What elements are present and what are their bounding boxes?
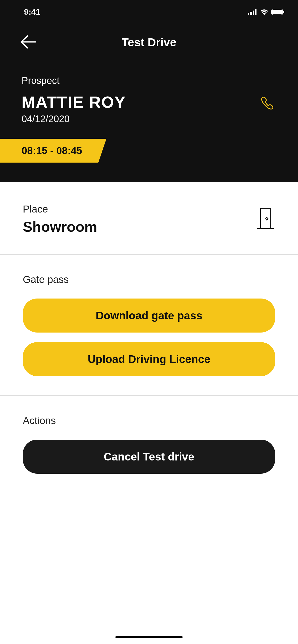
download-gate-pass-button[interactable]: Download gate pass xyxy=(23,298,275,332)
cancel-test-drive-button[interactable]: Cancel Test drive xyxy=(23,440,275,474)
prospect-date: 04/12/2020 xyxy=(22,114,126,124)
prospect-name: MATTIE ROY xyxy=(22,93,126,111)
upload-driving-licence-button[interactable]: Upload Driving Licence xyxy=(23,342,275,376)
cellular-icon xyxy=(248,9,257,15)
header-section: 9:41 Test Dr xyxy=(0,0,298,182)
place-info: Place Showroom xyxy=(23,204,97,235)
svg-rect-6 xyxy=(283,11,284,13)
gate-pass-section: Gate pass Download gate pass Upload Driv… xyxy=(0,255,298,396)
gate-pass-label: Gate pass xyxy=(23,274,275,285)
door-icon xyxy=(255,207,276,231)
wifi-icon xyxy=(260,9,268,15)
place-label: Place xyxy=(23,204,97,215)
prospect-info: MATTIE ROY 04/12/2020 xyxy=(22,93,126,124)
actions-label: Actions xyxy=(23,415,275,426)
place-section: Place Showroom xyxy=(0,182,298,255)
phone-icon xyxy=(260,96,274,110)
battery-icon xyxy=(271,9,285,15)
prospect-label: Prospect xyxy=(22,75,276,86)
back-button[interactable] xyxy=(19,35,36,50)
call-button[interactable] xyxy=(260,93,276,111)
nav-bar: Test Drive xyxy=(0,21,298,58)
status-time: 9:41 xyxy=(24,7,40,16)
time-badge: 08:15 - 08:45 xyxy=(0,139,116,163)
content-section: Place Showroom Gate pass Download gate p… xyxy=(0,182,298,488)
prospect-section: Prospect MATTIE ROY 04/12/2020 08:15 - 0… xyxy=(0,58,298,163)
actions-section: Actions Cancel Test drive xyxy=(0,396,298,488)
place-value: Showroom xyxy=(23,218,97,235)
prospect-row: MATTIE ROY 04/12/2020 xyxy=(22,93,276,124)
svg-rect-0 xyxy=(248,13,249,15)
back-arrow-icon xyxy=(19,35,36,49)
page-title: Test Drive xyxy=(19,36,279,49)
status-bar: 9:41 xyxy=(0,0,298,21)
home-indicator[interactable] xyxy=(115,636,183,638)
status-indicators xyxy=(248,9,285,15)
svg-rect-5 xyxy=(272,10,282,14)
svg-rect-3 xyxy=(255,9,256,15)
svg-rect-2 xyxy=(253,10,254,15)
svg-rect-1 xyxy=(250,12,252,15)
